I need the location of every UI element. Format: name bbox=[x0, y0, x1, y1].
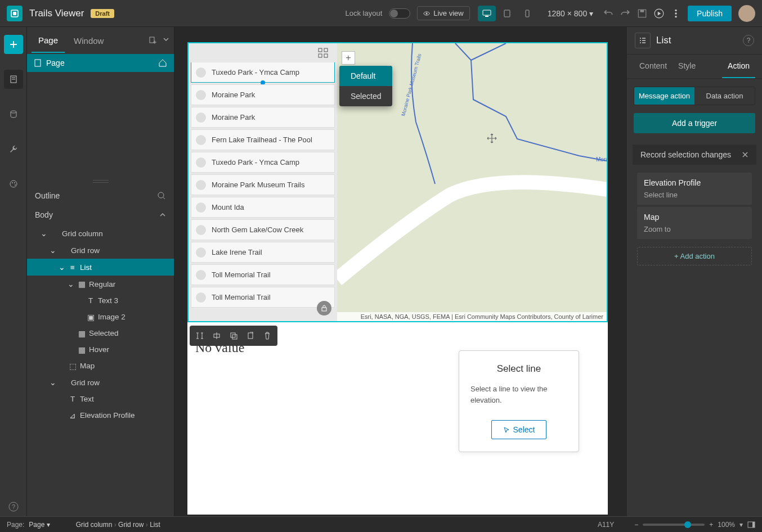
list-item[interactable]: North Gem Lake/Cow Creek bbox=[191, 219, 335, 240]
tb-duplicate-button[interactable] bbox=[226, 328, 241, 344]
list-item[interactable]: Fern Lake Trailhead - The Pool bbox=[191, 129, 335, 150]
grid-icon[interactable] bbox=[318, 48, 333, 62]
rail-help-button[interactable]: ? bbox=[4, 497, 23, 516]
tree-row[interactable]: ⌄Grid row bbox=[27, 374, 174, 391]
tb-align-button[interactable] bbox=[209, 328, 225, 344]
svg-point-17 bbox=[12, 182, 13, 183]
save-icon[interactable] bbox=[637, 8, 647, 19]
search-icon[interactable] bbox=[157, 191, 166, 200]
lock-layout-toggle[interactable] bbox=[389, 8, 410, 19]
action-card[interactable]: MapZoom to bbox=[637, 207, 752, 239]
tree-row[interactable]: ▦Hover bbox=[27, 341, 174, 358]
tree-row[interactable]: ▦Selected bbox=[27, 325, 174, 341]
more-icon[interactable] bbox=[671, 8, 681, 19]
lock-icon[interactable] bbox=[317, 301, 331, 315]
rail-theme-button[interactable] bbox=[4, 174, 23, 193]
publish-button[interactable]: Publish bbox=[688, 6, 732, 21]
zoom-chevron[interactable]: ▾ bbox=[739, 521, 743, 529]
tb-delete-button[interactable] bbox=[259, 328, 275, 344]
tab-style[interactable]: Style bbox=[673, 55, 701, 78]
a11y-button[interactable]: A11Y bbox=[598, 521, 614, 529]
page-icon bbox=[9, 75, 18, 84]
redo-icon[interactable] bbox=[620, 8, 630, 19]
rail-pages-button[interactable] bbox=[4, 70, 23, 89]
add-page-icon[interactable] bbox=[148, 36, 157, 45]
page-row[interactable]: Page bbox=[27, 54, 174, 72]
device-phone[interactable] bbox=[518, 6, 536, 21]
seg-message-action[interactable]: Message action bbox=[634, 87, 694, 105]
trigger-row[interactable]: Record selection changes bbox=[633, 145, 756, 165]
page-row-label: Page bbox=[46, 58, 65, 67]
breadcrumb-item[interactable]: Grid row bbox=[118, 521, 144, 529]
rail-add-button[interactable] bbox=[4, 35, 23, 54]
resolution-dropdown[interactable]: 1280 × 800 ▾ bbox=[544, 9, 597, 18]
body-row[interactable]: Body bbox=[27, 206, 174, 224]
tab-action[interactable]: Action bbox=[722, 55, 755, 78]
canvas[interactable]: Moraine Park Museum Trails Mora Tuxedo P… bbox=[174, 27, 627, 516]
device-tablet[interactable] bbox=[498, 6, 516, 21]
rp-title: List bbox=[656, 35, 671, 46]
list-item[interactable]: Toll Memorial Trail bbox=[191, 264, 335, 285]
list-item[interactable]: Toll Memorial Trail bbox=[191, 287, 335, 308]
rail-tools-button[interactable] bbox=[4, 139, 23, 159]
template-popover: Default Selected bbox=[339, 66, 392, 106]
tree-row[interactable]: TText 3 bbox=[27, 292, 174, 309]
footer-page-dropdown[interactable]: Page ▾ bbox=[29, 521, 50, 529]
panel-right-icon[interactable] bbox=[747, 521, 755, 529]
device-desktop[interactable] bbox=[478, 6, 496, 21]
add-trigger-button[interactable]: Add a trigger bbox=[634, 113, 755, 133]
tab-content[interactable]: Content bbox=[634, 55, 673, 78]
tree-row[interactable]: ⌄Grid row bbox=[27, 242, 174, 259]
user-avatar[interactable] bbox=[738, 5, 755, 22]
list-item[interactable]: Lake Irene Trail bbox=[191, 242, 335, 263]
draft-badge: Draft bbox=[91, 9, 114, 18]
list-item[interactable]: Moraine Park bbox=[191, 84, 335, 105]
play-icon[interactable] bbox=[654, 8, 664, 19]
popover-selected[interactable]: Selected bbox=[339, 86, 392, 106]
chevron-down-icon[interactable] bbox=[163, 36, 169, 43]
live-view-button[interactable]: Live view bbox=[417, 6, 469, 20]
map-plus-button[interactable]: + bbox=[342, 51, 355, 65]
breadcrumb-item[interactable]: List bbox=[150, 521, 160, 529]
seg-data-action[interactable]: Data action bbox=[694, 87, 755, 105]
tb-copy-button[interactable] bbox=[243, 328, 258, 344]
rp-help-button[interactable]: ? bbox=[743, 35, 754, 46]
panel-divider[interactable] bbox=[27, 179, 174, 183]
tree-row[interactable]: TText bbox=[27, 391, 174, 407]
rail-data-button[interactable] bbox=[4, 105, 23, 124]
zoom-slider[interactable] bbox=[643, 524, 705, 526]
move-icon[interactable] bbox=[487, 133, 497, 143]
svg-point-16 bbox=[10, 181, 17, 187]
tb-rename-button[interactable] bbox=[192, 328, 208, 344]
list-item[interactable]: Moraine Park bbox=[191, 107, 335, 128]
zoom-in-button[interactable]: + bbox=[709, 521, 713, 529]
undo-icon[interactable] bbox=[603, 8, 613, 19]
list-widget[interactable]: Tuxedo Park - Ymca CampMoraine ParkMorai… bbox=[189, 43, 337, 321]
list-item[interactable]: Tuxedo Park - Ymca Camp bbox=[191, 152, 335, 173]
popover-default[interactable]: Default bbox=[339, 66, 392, 86]
outline-label: Outline bbox=[35, 191, 60, 200]
tree-row[interactable]: ⌄Grid column bbox=[27, 225, 174, 242]
body-label: Body bbox=[35, 210, 53, 219]
list-item[interactable]: Tuxedo Park - Ymca Camp bbox=[191, 62, 335, 83]
tab-window[interactable]: Window bbox=[67, 29, 110, 52]
svg-rect-30 bbox=[324, 54, 328, 57]
text-widget[interactable]: No value bbox=[187, 322, 284, 515]
tree-row[interactable]: ⊿Elevation Profile bbox=[27, 407, 174, 423]
action-card[interactable]: Elevation ProfileSelect line bbox=[637, 173, 752, 205]
breadcrumb-item[interactable]: Grid column bbox=[76, 521, 113, 529]
zoom-out-button[interactable]: − bbox=[634, 521, 638, 529]
list-item[interactable]: Moraine Park Museum Trails bbox=[191, 174, 335, 195]
tab-page[interactable]: Page bbox=[32, 29, 65, 53]
close-icon[interactable] bbox=[742, 151, 748, 158]
list-item[interactable]: Mount Ida bbox=[191, 197, 335, 218]
tree-row[interactable]: ⌄▦Regular bbox=[27, 276, 174, 292]
add-action-button[interactable]: + Add action bbox=[637, 247, 752, 265]
select-line-card: Select line Select a line to view the el… bbox=[459, 350, 579, 452]
tree-row[interactable]: ⬚Map bbox=[27, 358, 174, 374]
eye-icon bbox=[423, 10, 430, 17]
tree-row[interactable]: ⌄≡List bbox=[27, 259, 174, 276]
map-attribution: Esri, NASA, NGA, USGS, FEMA | Esri Commu… bbox=[337, 312, 607, 321]
select-button[interactable]: Select bbox=[491, 420, 547, 439]
tree-row[interactable]: ▣Image 2 bbox=[27, 309, 174, 325]
